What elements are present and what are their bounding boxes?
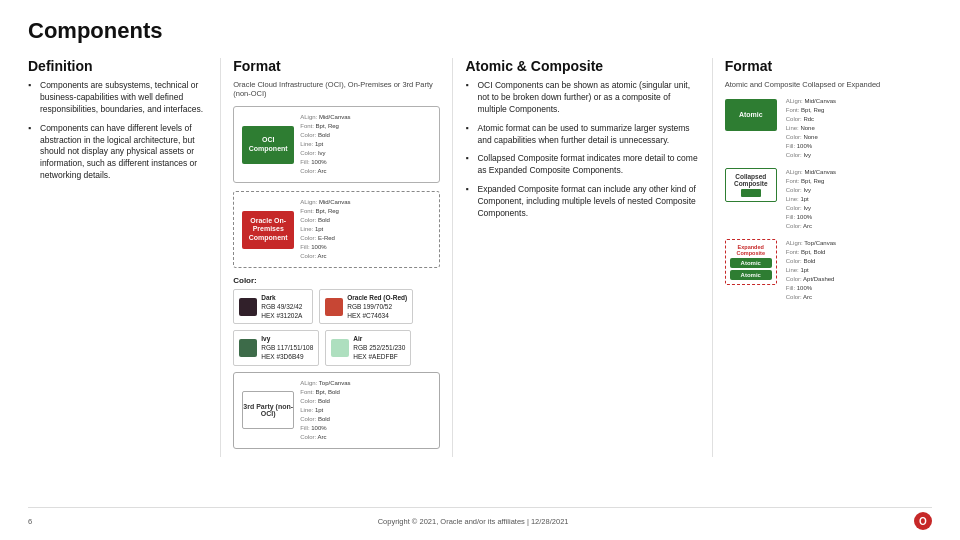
- swatch-air-color: [331, 339, 349, 357]
- collapsed-inner-box: [741, 189, 761, 197]
- oci-green-box: OCI Component: [242, 126, 294, 164]
- on-prem-props: ALign: Mid/Canvas Font: Bpt, Reg Color: …: [300, 198, 350, 261]
- collapsed-format-row: Collapsed Composite ALign: Mid/Canvas Fo…: [725, 168, 932, 231]
- footer-page-number: 6: [28, 517, 32, 526]
- colors-label: Color:: [233, 276, 440, 285]
- footer-copyright: Copyright © 2021, Oracle and/or its affi…: [378, 517, 569, 526]
- page: Components Definition Components are sub…: [0, 0, 960, 540]
- swatch-ivy-color: [239, 339, 257, 357]
- oci-component-box: OCI Component ALign: Mid/Canvas Font: Bp…: [233, 106, 440, 183]
- oracle-logo: O: [914, 512, 932, 530]
- atomic-green-box: Atomic: [725, 99, 777, 131]
- definition-title: Definition: [28, 58, 208, 74]
- definition-column: Definition Components are subsystems, te…: [28, 58, 208, 189]
- atomic-bullet-4: Expanded Composite format can include an…: [465, 184, 699, 220]
- right-format-subtitle: Atomic and Composite Collapsed or Expand…: [725, 80, 932, 89]
- atomic-title: Atomic & Composite: [465, 58, 699, 74]
- format-column: Format Oracle Cloud Infrastructure (OCI)…: [233, 58, 440, 457]
- swatch-ored-text: Oracle Red (O-Red) RGB 199/70/52 HEX #C7…: [347, 293, 407, 320]
- right-format-column: Format Atomic and Composite Collapsed or…: [725, 58, 932, 310]
- atomic-bullet-1: OCI Components can be shown as atomic (s…: [465, 80, 699, 116]
- on-prem-row: Oracle On-Premises Component ALign: Mid/…: [242, 198, 431, 261]
- definition-bullet-1: Components are subsystems, technical or …: [28, 80, 208, 116]
- atomic-format-row: Atomic ALign: Mid/Canvas Font: Bpt, Reg …: [725, 97, 932, 160]
- collapsed-visual: Collapsed Composite: [725, 168, 777, 202]
- atomic-bullets: OCI Components can be shown as atomic (s…: [465, 80, 699, 220]
- swatch-air-text: Air RGB 252/251/230 HEX #AEDFBF: [353, 334, 405, 361]
- on-prem-box: Oracle On-Premises Component ALign: Mid/…: [233, 191, 440, 268]
- swatch-air: Air RGB 252/251/230 HEX #AEDFBF: [325, 330, 411, 365]
- atomic-bullet-3: Collapsed Composite format indicates mor…: [465, 153, 699, 177]
- format-title: Format: [233, 58, 440, 74]
- expanded-label-box: Expanded Composite Atomic Atomic: [725, 239, 780, 285]
- format-subtitle: Oracle Cloud Infrastructure (OCI), On-Pr…: [233, 80, 440, 98]
- main-columns: Definition Components are subsystems, te…: [28, 58, 932, 457]
- swatches-row: Dark RGB 49/32/42 HEX #31202A Oracle Red…: [233, 289, 440, 366]
- expanded-inner-2: Atomic: [730, 270, 772, 280]
- swatch-ivy: Ivy RGB 117/151/108 HEX #3D6B49: [233, 330, 319, 365]
- colors-section: Color: Dark RGB 49/32/42 HEX #31202A: [233, 276, 440, 449]
- atomic-label: Atomic: [725, 97, 780, 131]
- expanded-visual: Expanded Composite Atomic Atomic: [725, 239, 777, 285]
- divider-2: [452, 58, 453, 457]
- third-party-props: ALign: Top/Canvas Font: Bpt, Bold Color:…: [300, 379, 350, 442]
- atomic-bullet-2: Atomic format can be used to summarize l…: [465, 123, 699, 147]
- swatch-ored: Oracle Red (O-Red) RGB 199/70/52 HEX #C7…: [319, 289, 413, 324]
- on-prem-red-box: Oracle On-Premises Component: [242, 211, 294, 249]
- right-format-title: Format: [725, 58, 932, 74]
- page-title: Components: [28, 18, 932, 44]
- expanded-format-row: Expanded Composite Atomic Atomic ALign: …: [725, 239, 932, 302]
- atomic-column: Atomic & Composite OCI Components can be…: [465, 58, 699, 227]
- divider-3: [712, 58, 713, 457]
- third-party-box: 3rd Party (non-OCI) ALign: Top/Canvas Fo…: [233, 372, 440, 449]
- definition-bullet-2: Components can have different levels of …: [28, 123, 208, 182]
- definition-bullets: Components are subsystems, technical or …: [28, 80, 208, 182]
- collapsed-right-props: ALign: Mid/Canvas Font: Bpt, Reg Color: …: [786, 168, 836, 231]
- atomic-right-props: ALign: Mid/Canvas Font: Bpt, Reg Color: …: [786, 97, 836, 160]
- collapsed-label-box: Collapsed Composite: [725, 168, 780, 202]
- expanded-right-props: ALign: Top/Canvas Font: Bpt, Bold Color:…: [786, 239, 836, 302]
- oci-props: ALign: Mid/Canvas Font: Bpt, Reg Color: …: [300, 113, 350, 176]
- divider-1: [220, 58, 221, 457]
- expanded-inner-1: Atomic: [730, 258, 772, 268]
- swatch-ored-color: [325, 298, 343, 316]
- swatch-ivy-text: Ivy RGB 117/151/108 HEX #3D6B49: [261, 334, 313, 361]
- swatch-dark: Dark RGB 49/32/42 HEX #31202A: [233, 289, 313, 324]
- swatch-dark-text: Dark RGB 49/32/42 HEX #31202A: [261, 293, 302, 320]
- third-party-row: 3rd Party (non-OCI) ALign: Top/Canvas Fo…: [242, 379, 431, 442]
- swatch-dark-color: [239, 298, 257, 316]
- footer: 6 Copyright © 2021, Oracle and/or its af…: [28, 507, 932, 530]
- oci-component-row: OCI Component ALign: Mid/Canvas Font: Bp…: [242, 113, 431, 176]
- third-party-visual: 3rd Party (non-OCI): [242, 391, 294, 429]
